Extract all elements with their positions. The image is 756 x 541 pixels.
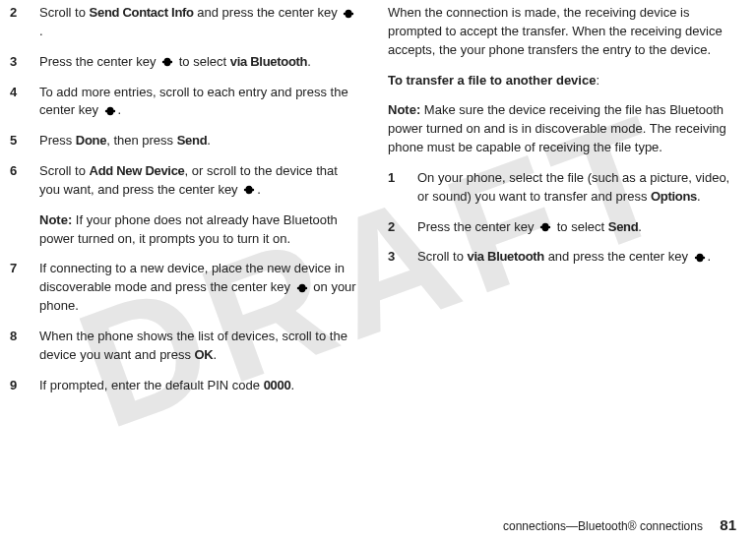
footer-section: connections—Bluetooth® connections [503, 519, 703, 533]
numbered-step: 1On your phone, select the file (such as… [388, 169, 736, 207]
page-footer: connections—Bluetooth® connections 81 [503, 516, 736, 533]
ui-label: via Bluetooth [468, 249, 544, 264]
numbered-step: 6Scroll to Add New Device, or scroll to … [10, 162, 358, 200]
center-key-icon [103, 106, 117, 116]
step-number: 7 [10, 260, 24, 278]
step-text: If prompted, enter the default PIN code … [39, 377, 358, 395]
svg-point-8 [106, 107, 113, 115]
center-key-icon [295, 283, 309, 293]
ui-label: Add New Device [90, 163, 185, 178]
numbered-step: 9If prompted, enter the default PIN code… [10, 377, 358, 395]
numbered-step: 2Scroll to Send Contact Info and press t… [10, 4, 358, 41]
ui-label: Send [177, 133, 208, 148]
step-text: Scroll to via Bluetooth and press the ce… [417, 248, 736, 267]
step-number: 1 [388, 169, 402, 188]
right-column: When the connection is made, the receivi… [388, 4, 736, 492]
step-number: 2 [10, 4, 24, 23]
ui-label: OK [195, 347, 214, 362]
step-text: Scroll to Send Contact Info and press th… [39, 4, 358, 41]
step-text: Press Done, then press Send. [39, 132, 358, 150]
numbered-step: 7If connecting to a new device, place th… [10, 260, 358, 316]
svg-point-14 [298, 284, 305, 292]
numbered-step: 3Scroll to via Bluetooth and press the c… [388, 248, 736, 267]
center-key-icon [242, 185, 256, 195]
ui-label: via Bluetooth [230, 54, 307, 69]
ui-label: Options [651, 189, 697, 204]
step-text: Scroll to Add New Device, or scroll to t… [39, 162, 358, 200]
page-content: 2Scroll to Send Contact Info and press t… [0, 0, 756, 492]
step-text: Press the center key to select Send. [417, 218, 736, 237]
step-text: If connecting to a new device, place the… [39, 260, 358, 316]
center-key-icon [693, 253, 707, 263]
note: Note: If your phone does not already hav… [39, 211, 358, 249]
heading-text: To transfer a file to another device [388, 73, 596, 88]
ui-label: 0000 [264, 378, 291, 392]
step-number: 6 [10, 162, 24, 181]
numbered-step: 8When the phone shows the list of device… [10, 328, 358, 365]
numbered-step: 2Press the center key to select Send. [388, 218, 736, 237]
ui-label: Done [76, 133, 106, 148]
page-number: 81 [720, 516, 736, 533]
center-key-icon [342, 9, 355, 19]
intro-paragraph: When the connection is made, the receivi… [388, 4, 736, 60]
note-label: Note: [39, 212, 72, 227]
ui-label: Send [608, 219, 639, 234]
ui-label: Send Contact Info [90, 5, 194, 20]
step-number: 2 [388, 218, 402, 237]
step-number: 9 [10, 377, 24, 395]
numbered-step: 5Press Done, then press Send. [10, 132, 358, 150]
step-text: On your phone, select the file (such as … [417, 169, 736, 207]
step-text: To add more entries, scroll to each entr… [39, 84, 358, 121]
svg-point-2 [346, 9, 352, 17]
step-number: 3 [388, 248, 402, 267]
section-heading: To transfer a file to another device: [388, 72, 736, 90]
note: Note: Make sure the device receiving the… [388, 101, 736, 157]
step-text: When the phone shows the list of devices… [39, 328, 358, 365]
step-text: Press the center key to select via Bluet… [39, 53, 358, 72]
left-column: 2Scroll to Send Contact Info and press t… [10, 4, 358, 492]
svg-point-11 [246, 186, 253, 194]
step-number: 8 [10, 328, 24, 346]
numbered-step: 3Press the center key to select via Blue… [10, 53, 358, 72]
center-key-icon [160, 57, 174, 67]
note-label: Note: [388, 102, 420, 117]
svg-point-17 [542, 223, 549, 231]
center-key-icon [538, 222, 552, 232]
numbered-step: 4To add more entries, scroll to each ent… [10, 84, 358, 121]
svg-point-20 [696, 254, 703, 262]
step-number: 4 [10, 84, 24, 102]
step-number: 5 [10, 132, 24, 150]
svg-point-5 [164, 58, 171, 66]
step-number: 3 [10, 53, 24, 72]
